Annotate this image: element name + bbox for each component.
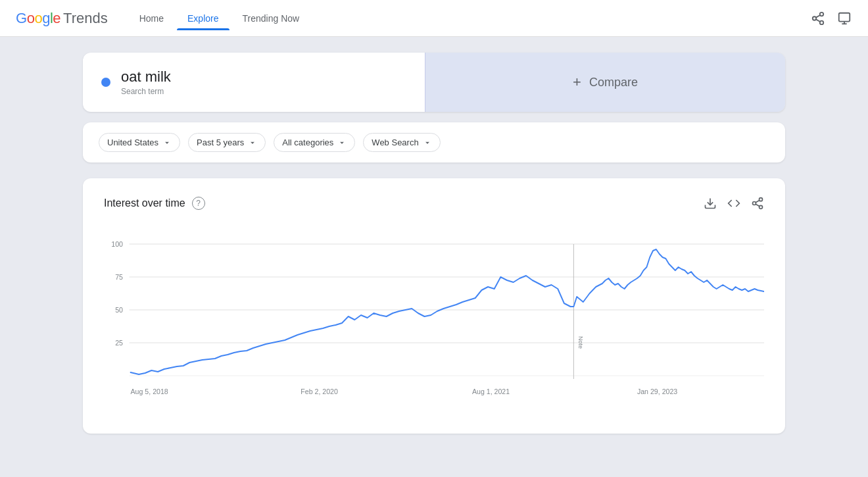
- feedback-icon[interactable]: [836, 11, 852, 26]
- nav-explore[interactable]: Explore: [177, 8, 229, 29]
- filter-location[interactable]: United States: [99, 133, 180, 152]
- header: Google Trends Home Explore Trending Now: [0, 0, 868, 37]
- search-area: oat milk Search term + Compare: [83, 53, 785, 112]
- svg-line-12: [756, 204, 760, 206]
- filter-category-label: All categories: [282, 138, 333, 147]
- chart-container: 100 75 50 25 Note Aug 5, 2018 Feb 2, 202…: [104, 231, 764, 418]
- search-term-card: oat milk Search term: [83, 53, 425, 112]
- chart-title-area: Interest over time ?: [104, 197, 205, 210]
- compare-plus-icon: +: [573, 74, 581, 91]
- svg-text:Aug 1, 2021: Aug 1, 2021: [472, 388, 510, 395]
- share-chart-button[interactable]: [751, 197, 764, 210]
- compare-label: Compare: [589, 76, 638, 89]
- header-actions: [810, 11, 852, 26]
- svg-point-9: [760, 198, 763, 201]
- search-term-label: Search term: [121, 87, 171, 96]
- svg-line-13: [756, 200, 760, 202]
- svg-point-1: [813, 16, 817, 20]
- filter-category[interactable]: All categories: [274, 133, 355, 152]
- filter-search-type-label: Web Search: [372, 138, 418, 147]
- share-icon[interactable]: [810, 11, 826, 26]
- filter-bar: United States Past 5 years All categorie…: [83, 122, 785, 163]
- filter-search-type[interactable]: Web Search: [363, 133, 440, 152]
- svg-line-4: [816, 14, 820, 17]
- chevron-down-icon: [423, 138, 432, 147]
- main-content: oat milk Search term + Compare United St…: [72, 37, 796, 449]
- svg-point-2: [820, 20, 824, 24]
- chevron-down-icon: [162, 138, 172, 147]
- chart-card: Interest over time ?: [83, 178, 785, 434]
- svg-text:Feb 2, 2020: Feb 2, 2020: [301, 388, 338, 395]
- search-term-dot: [101, 78, 110, 87]
- logo-trends-text: Trends: [63, 10, 108, 27]
- download-button[interactable]: [704, 197, 717, 210]
- search-term-info: oat milk Search term: [121, 68, 171, 96]
- chart-title: Interest over time: [104, 197, 185, 209]
- interest-chart: 100 75 50 25 Note Aug 5, 2018 Feb 2, 202…: [104, 231, 764, 415]
- filter-time[interactable]: Past 5 years: [188, 133, 266, 152]
- filter-time-label: Past 5 years: [197, 138, 244, 147]
- svg-point-10: [753, 202, 756, 205]
- svg-text:Note: Note: [577, 336, 584, 349]
- svg-text:50: 50: [115, 306, 123, 314]
- svg-rect-5: [839, 13, 850, 21]
- chart-header: Interest over time ?: [104, 197, 764, 210]
- embed-button[interactable]: [727, 197, 740, 210]
- search-term-text[interactable]: oat milk: [121, 68, 171, 86]
- svg-line-3: [816, 19, 820, 22]
- svg-point-11: [760, 205, 763, 209]
- chevron-down-icon: [337, 138, 347, 147]
- chart-actions: [704, 197, 764, 210]
- compare-card[interactable]: + Compare: [425, 53, 785, 112]
- nav-trending[interactable]: Trending Now: [232, 8, 310, 29]
- logo[interactable]: Google Trends: [16, 10, 108, 27]
- filter-location-label: United States: [107, 138, 158, 147]
- svg-text:Aug 5, 2018: Aug 5, 2018: [131, 388, 168, 395]
- svg-text:100: 100: [111, 240, 123, 248]
- svg-text:25: 25: [115, 339, 123, 347]
- nav-home[interactable]: Home: [129, 8, 174, 29]
- help-icon[interactable]: ?: [192, 197, 205, 210]
- svg-text:Jan 29, 2023: Jan 29, 2023: [637, 388, 677, 395]
- main-nav: Home Explore Trending Now: [129, 8, 310, 29]
- svg-point-0: [820, 12, 824, 16]
- chevron-down-icon: [248, 138, 257, 147]
- logo-google-text: Google: [16, 10, 60, 27]
- svg-text:75: 75: [115, 273, 123, 281]
